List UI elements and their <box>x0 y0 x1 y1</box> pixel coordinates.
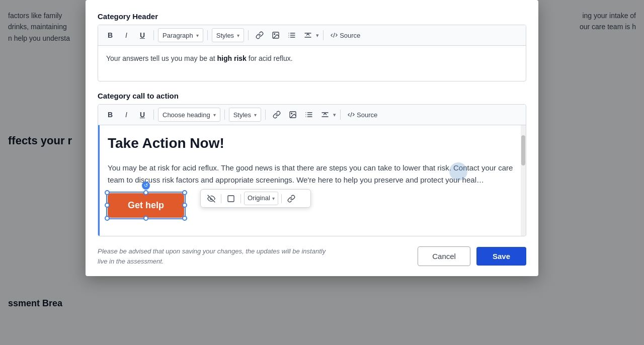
link-icon-1 <box>256 31 264 39</box>
cta-button[interactable]: Get help <box>108 193 184 218</box>
underline-btn-1[interactable]: U <box>135 28 149 42</box>
list-icon-1 <box>288 31 296 39</box>
list-icon-2 <box>305 111 313 119</box>
floating-divider-3 <box>281 194 282 203</box>
source-btn-1[interactable]: Source <box>328 28 363 42</box>
image-btn-1[interactable] <box>269 28 283 42</box>
indent-group-2: ▾ <box>318 108 336 122</box>
italic-btn-1[interactable]: I <box>119 28 133 42</box>
floating-divider-1 <box>221 194 221 203</box>
floating-divider-2 <box>240 194 241 203</box>
content-text-after-1: for acid reflux. <box>247 54 293 62</box>
editor-scrollbar[interactable] <box>521 125 526 236</box>
svg-point-1 <box>274 34 275 35</box>
bold-btn-1[interactable]: B <box>103 28 117 42</box>
image-btn-2[interactable] <box>286 108 300 122</box>
editor-modal: Category Header B I U Paragraph ▾ Styles… <box>86 0 538 276</box>
paragraph-select-1[interactable]: Paragraph ▾ <box>158 28 203 42</box>
indent-chevron-2[interactable]: ▾ <box>333 112 336 118</box>
section1-label: Category Header <box>98 12 526 21</box>
scrollbar-thumb <box>521 135 525 165</box>
toolbar-2: B I U Choose heading ▾ Styles ▾ <box>98 105 526 125</box>
list-btn-1[interactable] <box>285 28 299 42</box>
footer-buttons: Cancel Save <box>418 246 526 266</box>
category-cta-editor: B I U Choose heading ▾ Styles ▾ <box>98 104 526 236</box>
eye-off-icon <box>207 195 215 203</box>
bold-btn-2[interactable]: B <box>103 108 117 122</box>
indent-chevron-1[interactable]: ▾ <box>316 32 319 39</box>
divider-2c <box>265 110 266 120</box>
divider-1d <box>323 30 324 40</box>
floating-chevron: ▾ <box>272 195 275 203</box>
chain-link-icon <box>287 195 295 203</box>
heading-select-2[interactable]: Choose heading ▾ <box>158 108 220 122</box>
indent-btn-1[interactable] <box>301 28 315 42</box>
section2-label: Category call to action <box>98 92 526 100</box>
editor-content-1[interactable]: Your answers tell us you may be at high … <box>98 46 526 81</box>
source-btn-2[interactable]: Source <box>345 108 380 122</box>
chevron-icon-styles-2: ▾ <box>254 112 257 118</box>
link-btn-1[interactable] <box>253 28 267 42</box>
link-icon-2 <box>273 111 281 119</box>
modal-footer: Please be advised that upon saving your … <box>98 246 526 266</box>
editor-heading: Take Action Now! <box>108 132 518 155</box>
indent-group-1: ▾ <box>301 28 319 42</box>
cursor-circle <box>449 162 467 181</box>
chevron-icon-styles-1: ▾ <box>237 33 239 38</box>
svg-point-11 <box>291 113 292 114</box>
floating-link-btn[interactable] <box>285 193 298 204</box>
toolbar-1: B I U Paragraph ▾ Styles ▾ <box>98 25 526 46</box>
divider-1b <box>207 30 208 40</box>
cta-button-wrapper[interactable]: Get help ↺ <box>108 193 184 218</box>
divider-1a <box>153 30 154 40</box>
category-header-editor: B I U Paragraph ▾ Styles ▾ <box>98 25 526 81</box>
floating-hide-btn[interactable] <box>205 193 218 204</box>
italic-btn-2[interactable]: I <box>119 108 133 122</box>
indent-icon-1 <box>304 31 312 39</box>
content-text-bold-1: high risk <box>217 54 247 62</box>
styles-select-2[interactable]: Styles ▾ <box>229 108 261 122</box>
editor-content-2[interactable]: Take Action Now! You may be at risk for … <box>98 125 526 236</box>
indent-icon-2 <box>321 111 329 119</box>
divider-2b <box>224 110 225 120</box>
list-btn-2[interactable] <box>302 108 316 122</box>
advisory-text: Please be advised that upon saving your … <box>98 246 329 266</box>
svg-rect-21 <box>228 196 234 202</box>
chevron-icon-heading-2: ▾ <box>213 112 216 118</box>
cancel-button[interactable]: Cancel <box>418 246 470 266</box>
underline-btn-2[interactable]: U <box>135 108 149 122</box>
styles-select-1[interactable]: Styles ▾ <box>212 28 244 42</box>
chevron-icon-1: ▾ <box>196 33 199 38</box>
source-icon-1 <box>331 32 338 39</box>
content-text-before-1: Your answers tell us you may be at <box>106 54 217 62</box>
divider-1c <box>248 30 249 40</box>
divider-2a <box>153 110 154 120</box>
save-button[interactable]: Save <box>476 247 526 266</box>
image-icon-1 <box>272 31 280 39</box>
resize-icon <box>227 195 235 203</box>
divider-2d <box>340 110 341 120</box>
image-icon-2 <box>289 111 297 119</box>
source-icon-2 <box>348 111 355 118</box>
floating-resize-btn[interactable] <box>224 193 237 204</box>
floating-toolbar: Original ▾ <box>200 189 311 208</box>
indent-btn-2[interactable] <box>318 108 332 122</box>
floating-size-select[interactable]: Original ▾ <box>244 192 278 205</box>
link-btn-2[interactable] <box>270 108 284 122</box>
